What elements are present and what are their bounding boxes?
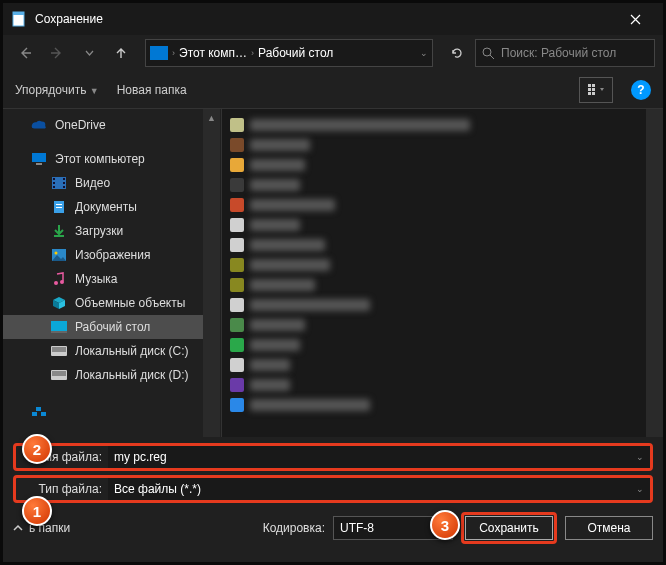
- svg-point-25: [60, 280, 64, 284]
- chevron-down-icon: [85, 49, 94, 58]
- titlebar: Сохранение: [3, 3, 663, 35]
- disk-icon: [51, 368, 67, 382]
- svg-rect-13: [53, 182, 55, 184]
- tree-3d-objects[interactable]: Объемные объекты: [3, 291, 203, 315]
- svg-point-23: [55, 252, 58, 255]
- file-item[interactable]: [230, 175, 638, 195]
- chevron-down-icon[interactable]: ⌄: [636, 484, 644, 494]
- breadcrumb-leaf[interactable]: Рабочий стол: [258, 46, 333, 60]
- file-item[interactable]: [230, 215, 638, 235]
- forward-button[interactable]: [43, 39, 71, 67]
- body: OneDrive Этот компьютер Видео Документы …: [3, 109, 663, 437]
- desktop-icon: [51, 320, 67, 334]
- breadcrumb-root[interactable]: Этот комп…: [179, 46, 247, 60]
- file-item[interactable]: [230, 275, 638, 295]
- refresh-icon: [450, 46, 464, 60]
- svg-rect-15: [63, 178, 65, 180]
- svg-rect-12: [53, 178, 55, 180]
- svg-point-24: [54, 281, 58, 285]
- organize-button[interactable]: Упорядочить ▼: [15, 83, 99, 97]
- up-button[interactable]: [107, 39, 135, 67]
- help-button[interactable]: ?: [631, 80, 651, 100]
- music-icon: [51, 272, 67, 286]
- disk-icon: [51, 344, 67, 358]
- cancel-button[interactable]: Отмена: [565, 516, 653, 540]
- svg-point-2: [483, 48, 491, 56]
- save-button-highlight: Сохранить: [461, 512, 557, 544]
- file-item[interactable]: [230, 115, 638, 135]
- svg-rect-27: [51, 331, 67, 333]
- refresh-button[interactable]: [443, 39, 471, 67]
- svg-rect-31: [52, 371, 66, 376]
- tree-disk-d[interactable]: Локальный диск (D:): [3, 363, 203, 387]
- file-item[interactable]: [230, 395, 638, 415]
- filename-input[interactable]: my pc.reg ⌄: [108, 446, 650, 468]
- sidebar-scrollbar[interactable]: ▲: [203, 109, 220, 437]
- recent-button[interactable]: [75, 39, 103, 67]
- svg-rect-20: [56, 207, 62, 208]
- file-item[interactable]: [230, 295, 638, 315]
- pictures-icon: [51, 248, 67, 262]
- chevron-right-icon: ›: [172, 48, 175, 58]
- chevron-right-icon: ›: [251, 48, 254, 58]
- new-folder-button[interactable]: Новая папка: [117, 83, 187, 97]
- tree-videos[interactable]: Видео: [3, 171, 203, 195]
- tree-pictures[interactable]: Изображения: [3, 243, 203, 267]
- file-item[interactable]: [230, 355, 638, 375]
- pc-icon: [31, 152, 47, 166]
- chevron-down-icon[interactable]: ⌄: [636, 452, 644, 462]
- network-icon: [31, 406, 47, 420]
- onedrive-icon: [31, 118, 47, 132]
- folder-tree: OneDrive Этот компьютер Видео Документы …: [3, 109, 203, 437]
- file-item[interactable]: [230, 315, 638, 335]
- file-item[interactable]: [230, 155, 638, 175]
- breadcrumb[interactable]: › Этот комп… › Рабочий стол ⌄: [145, 39, 433, 67]
- close-icon: [630, 14, 641, 25]
- filetype-label: Тип файла:: [16, 482, 108, 496]
- save-button[interactable]: Сохранить: [465, 516, 553, 540]
- tree-this-pc[interactable]: Этот компьютер: [3, 147, 203, 171]
- tree-desktop[interactable]: Рабочий стол: [3, 315, 203, 339]
- svg-rect-26: [51, 321, 67, 331]
- svg-rect-14: [53, 186, 55, 188]
- file-item[interactable]: [230, 135, 638, 155]
- documents-icon: [51, 200, 67, 214]
- scroll-up-icon[interactable]: ▲: [203, 109, 220, 126]
- file-item[interactable]: [230, 195, 638, 215]
- navbar: › Этот комп… › Рабочий стол ⌄ Поиск: Раб…: [3, 35, 663, 71]
- search-placeholder: Поиск: Рабочий стол: [501, 46, 616, 60]
- encoding-label: Кодировка:: [263, 521, 325, 535]
- bottom-panel: Имя файла: my pc.reg ⌄ Тип файла: Все фа…: [3, 437, 663, 555]
- svg-rect-8: [592, 92, 595, 95]
- file-item[interactable]: [230, 335, 638, 355]
- content-scrollbar[interactable]: [646, 109, 663, 437]
- chevron-up-icon: [13, 523, 23, 533]
- svg-rect-33: [41, 412, 46, 416]
- view-grid-icon: [588, 84, 604, 96]
- close-button[interactable]: [615, 5, 655, 33]
- svg-rect-29: [52, 347, 66, 352]
- tree-network[interactable]: [3, 401, 203, 425]
- back-button[interactable]: [11, 39, 39, 67]
- tree-downloads[interactable]: Загрузки: [3, 219, 203, 243]
- video-icon: [51, 176, 67, 190]
- tree-onedrive[interactable]: OneDrive: [3, 113, 203, 137]
- tree-documents[interactable]: Документы: [3, 195, 203, 219]
- file-item[interactable]: [230, 375, 638, 395]
- arrow-up-icon: [114, 46, 128, 60]
- file-list[interactable]: [222, 109, 646, 437]
- filetype-select[interactable]: Все файлы (*.*) ⌄: [108, 478, 650, 500]
- file-item[interactable]: [230, 255, 638, 275]
- chevron-down-icon[interactable]: ⌄: [420, 48, 428, 58]
- tree-music[interactable]: Музыка: [3, 267, 203, 291]
- save-dialog-window: Сохранение › Этот комп… › Рабочий стол ⌄…: [0, 0, 666, 565]
- file-item[interactable]: [230, 235, 638, 255]
- search-input[interactable]: Поиск: Рабочий стол: [475, 39, 655, 67]
- toolbar: Упорядочить ▼ Новая папка ?: [3, 71, 663, 109]
- tree-disk-c[interactable]: Локальный диск (C:): [3, 339, 203, 363]
- svg-rect-7: [588, 92, 591, 95]
- view-button[interactable]: [579, 77, 613, 103]
- svg-rect-10: [36, 163, 42, 165]
- file-list-panel: [221, 109, 663, 437]
- annotation-marker-3: 3: [430, 510, 460, 540]
